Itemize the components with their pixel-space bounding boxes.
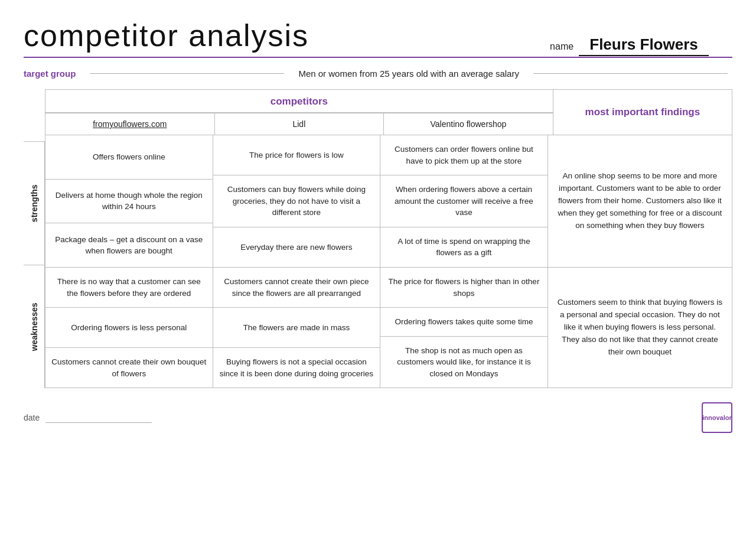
name-area: name Fleurs Flowers xyxy=(550,35,709,56)
weaknesses-col3: The price for flowers is higher than in … xyxy=(380,268,548,388)
s-c1-r2: Delivers at home though whole the region… xyxy=(45,180,213,224)
name-label: name xyxy=(550,41,573,51)
w-c3-r3: The shop is not as much open as customer… xyxy=(380,337,548,388)
s-c3-r3: A lot of time is spend on wrapping the f… xyxy=(380,227,548,267)
strengths-label: strengths xyxy=(24,141,45,265)
competitors-names: fromyouflowers.com Lidl Valentino flower… xyxy=(45,113,553,135)
s-c2-r3: Everyday there are new flowers xyxy=(213,227,380,267)
competitor-2-name: Lidl xyxy=(215,113,384,135)
name-value: Fleurs Flowers xyxy=(579,35,709,56)
footer: date inno valor xyxy=(24,399,732,433)
competitors-section: competitors fromyouflowers.com Lidl Vale… xyxy=(45,90,553,135)
logo-line2: valor xyxy=(716,414,731,422)
date-area: date xyxy=(24,413,152,423)
w-c3-r1: The price for flowers is higher than in … xyxy=(380,268,548,308)
competitor-1-name: fromyouflowers.com xyxy=(45,113,215,135)
s-c1-r3: Package deals – get a discount on a vase… xyxy=(45,223,213,267)
logo: inno valor xyxy=(702,402,732,433)
strengths-col3: Customers can order flowers online but h… xyxy=(380,135,548,267)
strengths-competitors: Offers flowers online Delivers at home t… xyxy=(45,135,548,267)
target-line-end xyxy=(533,73,728,74)
top-divider xyxy=(24,57,732,58)
competitor-3-name: Valentino flowershop xyxy=(384,113,553,135)
w-c1-r3: Customers cannot create their own bouque… xyxy=(45,348,213,388)
target-label: target group xyxy=(24,69,76,79)
weaknesses-competitors: There is no way that a customer can see … xyxy=(45,268,548,388)
w-c2-r2: The flowers are made in mass xyxy=(213,308,380,348)
weaknesses-findings: Customers seem to think that buying flow… xyxy=(548,268,732,388)
target-row: target group Men or women from 25 years … xyxy=(24,69,732,79)
s-c2-r1: The price for flowers is low xyxy=(213,135,380,175)
s-c2-r2: Customers can buy flowers while doing gr… xyxy=(213,175,380,227)
target-line xyxy=(90,73,284,74)
weaknesses-section: There is no way that a customer can see … xyxy=(45,268,732,388)
w-c3-r2: Ordering flowers takes quite some time xyxy=(380,308,548,337)
w-c2-r3: Buying flowers is not a special occasion… xyxy=(213,348,380,388)
strengths-section: Offers flowers online Delivers at home t… xyxy=(45,135,732,268)
w-c2-r1: Customers cannot create their own piece … xyxy=(213,268,380,308)
competitors-title: competitors xyxy=(45,90,553,113)
strengths-findings: An online shop seems to be more and more… xyxy=(548,135,732,267)
weaknesses-label: weaknesses xyxy=(24,265,45,388)
w-c1-r2: Ordering flowers is less personal xyxy=(45,308,213,348)
target-value: Men or women from 25 years old with an a… xyxy=(298,69,519,79)
strengths-col2: The price for flowers is low Customers c… xyxy=(213,135,381,267)
s-c3-r2: When ordering flowers above a certain am… xyxy=(380,175,548,227)
strengths-col1: Offers flowers online Delivers at home t… xyxy=(45,135,213,267)
s-c1-r1: Offers flowers online xyxy=(45,135,213,180)
date-line xyxy=(45,413,152,423)
logo-line1: inno xyxy=(702,414,716,422)
weaknesses-col2: Customers cannot create their own piece … xyxy=(213,268,381,388)
s-c3-r1: Customers can order flowers online but h… xyxy=(380,135,548,175)
header-row: competitors fromyouflowers.com Lidl Vale… xyxy=(45,89,732,135)
w-c1-r1: There is no way that a customer can see … xyxy=(45,268,213,308)
date-label: date xyxy=(24,413,40,422)
findings-title: most important findings xyxy=(553,90,732,135)
weaknesses-col1: There is no way that a customer can see … xyxy=(45,268,213,388)
